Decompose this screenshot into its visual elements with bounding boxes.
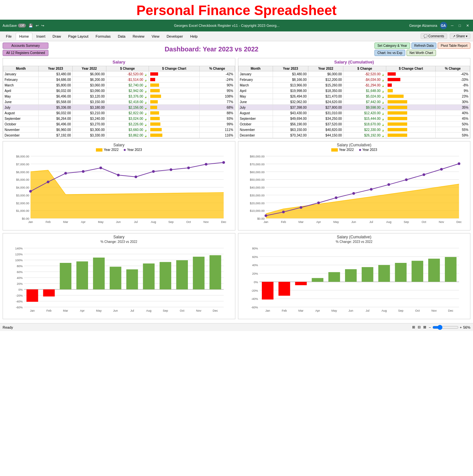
tab-insert[interactable]: Insert (33, 33, 49, 40)
cell-change: $3,660.00 🍃 (106, 127, 149, 133)
cell-pct: 90% (200, 82, 235, 88)
zoom-slider[interactable] (432, 325, 459, 330)
cell-month: September (3, 116, 39, 121)
svg-point-69 (422, 174, 425, 176)
svg-rect-152 (295, 282, 307, 285)
tab-formulas[interactable]: Formulas (92, 33, 114, 40)
share-btn[interactable]: ↗ Share ▾ (450, 33, 470, 39)
tab-home[interactable]: Home (16, 33, 32, 40)
svg-text:Apr: Apr (316, 220, 321, 224)
cell-month: August (238, 110, 273, 116)
cell-chart (149, 121, 200, 127)
cell-month: November (3, 127, 39, 133)
tab-developer[interactable]: Developer (163, 33, 186, 40)
cell-2022: $34,250.00 (308, 116, 343, 121)
cell-2022: $18,350.00 (308, 88, 343, 94)
maximize-btn[interactable]: □ (457, 24, 462, 27)
svg-point-25 (152, 170, 155, 173)
svg-text:$0.00: $0.00 (257, 217, 264, 220)
cell-change: -$4,034.00 🍃 (343, 77, 386, 82)
set-category-btn[interactable]: Set Category & Year (374, 43, 410, 49)
svg-rect-129 (209, 255, 221, 289)
cell-2022: $37,520.00 (308, 121, 343, 127)
chart2-title: Salary (Cumulative) (240, 143, 469, 147)
svg-text:Feb: Feb (45, 220, 51, 224)
pivot-table-btn[interactable]: Pivot Table Report (438, 43, 470, 49)
tab-page-layout[interactable]: Page Layout (65, 33, 92, 40)
toolbar-redo-icon[interactable]: ↪ (41, 24, 44, 28)
cell-month: January (238, 71, 273, 77)
svg-text:Dec: Dec (221, 220, 227, 224)
col-pct: % Change (200, 66, 235, 71)
cell-2022: $3,300.00 (72, 127, 106, 133)
minimize-btn[interactable]: ─ (450, 24, 455, 27)
svg-text:Jun: Jun (116, 220, 121, 224)
svg-point-26 (170, 168, 172, 171)
cell-change: $2,418.00 🍃 (106, 99, 149, 105)
tab-file[interactable]: File (3, 33, 15, 40)
svg-text:May: May (331, 309, 337, 312)
cell-2023: $6,264.00 (39, 116, 72, 121)
cell-pct: 95% (200, 88, 235, 94)
cell-month: January (3, 71, 39, 77)
svg-rect-117 (110, 267, 121, 289)
legend-yellow-2 (331, 148, 338, 152)
cell-month: July (3, 105, 39, 110)
normal-view-icon[interactable]: ⊞ (412, 325, 415, 329)
toolbar-undo-icon[interactable]: ↩ (36, 24, 39, 28)
cell-chart (149, 94, 200, 99)
refresh-data-btn[interactable]: Refresh Data (411, 43, 437, 49)
svg-text:Dec: Dec (448, 309, 453, 312)
page-break-icon[interactable]: ⊠ (423, 325, 426, 329)
svg-point-65 (352, 192, 355, 195)
cell-2023: $8,166.00 (273, 77, 308, 82)
svg-rect-123 (160, 262, 172, 289)
cell-pct: 88% (200, 110, 235, 116)
svg-text:120%: 120% (15, 253, 23, 256)
tab-data[interactable]: Data (115, 33, 129, 40)
salary-pct-svg-chart: 140%120%100%80%60%40%20%0%-20%-40%-60%Ja… (4, 245, 234, 317)
dashboard-left-buttons: Accounts Summary All 12 Registers Combin… (3, 43, 48, 56)
svg-rect-111 (60, 263, 72, 289)
cell-2022: $6,200.00 (72, 77, 106, 82)
zoom-in-btn[interactable]: + (460, 325, 462, 329)
svg-text:Nov: Nov (196, 309, 202, 312)
tab-draw[interactable]: Draw (49, 33, 64, 40)
chart4-subtitle: % Change: 2023 vs 2022 (240, 240, 469, 244)
cell-2023: $13,966.00 (273, 82, 308, 88)
all-registers-btn[interactable]: All 12 Registers Combined (3, 50, 48, 56)
svg-text:Oct: Oct (421, 220, 426, 224)
svg-point-19 (47, 181, 49, 183)
svg-point-29 (222, 161, 225, 164)
svg-text:May: May (98, 220, 104, 224)
cell-chart (386, 105, 436, 110)
tab-help[interactable]: Help (187, 33, 201, 40)
cell-chart (386, 133, 436, 138)
svg-rect-150 (278, 282, 290, 296)
toolbar-save-icon[interactable]: 💾 (28, 24, 33, 28)
cell-change: $2,822.00 🍃 (106, 110, 149, 116)
svg-point-28 (205, 163, 208, 166)
cell-pct: 116% (200, 133, 235, 138)
tab-view[interactable]: View (148, 33, 163, 40)
accounts-summary-btn[interactable]: Accounts Summary (3, 43, 48, 49)
comments-btn[interactable]: 💬 Comments (421, 33, 447, 39)
cell-month: March (3, 82, 39, 88)
chart-inc-exp-btn[interactable]: Chart: Inc vs Exp (374, 50, 405, 56)
svg-point-61 (282, 211, 284, 213)
svg-rect-162 (378, 265, 390, 282)
svg-rect-170 (445, 257, 457, 282)
net-worth-btn[interactable]: Net Worth Chart (407, 50, 436, 56)
autosave-toggle[interactable]: Off (18, 24, 26, 27)
tab-review[interactable]: Review (129, 33, 148, 40)
page-layout-icon[interactable]: ⊟ (418, 325, 421, 329)
close-btn[interactable]: ✕ (465, 24, 470, 28)
svg-rect-127 (193, 257, 205, 289)
cell-2023: $70,342.00 (273, 133, 308, 138)
zoom-out-btn[interactable]: − (429, 325, 431, 329)
cell-month: August (3, 110, 39, 116)
svg-text:-60%: -60% (251, 306, 258, 309)
svg-text:20%: 20% (252, 272, 258, 275)
svg-text:Sep: Sep (398, 309, 403, 312)
cell-2023: $56,190.00 (273, 121, 308, 127)
